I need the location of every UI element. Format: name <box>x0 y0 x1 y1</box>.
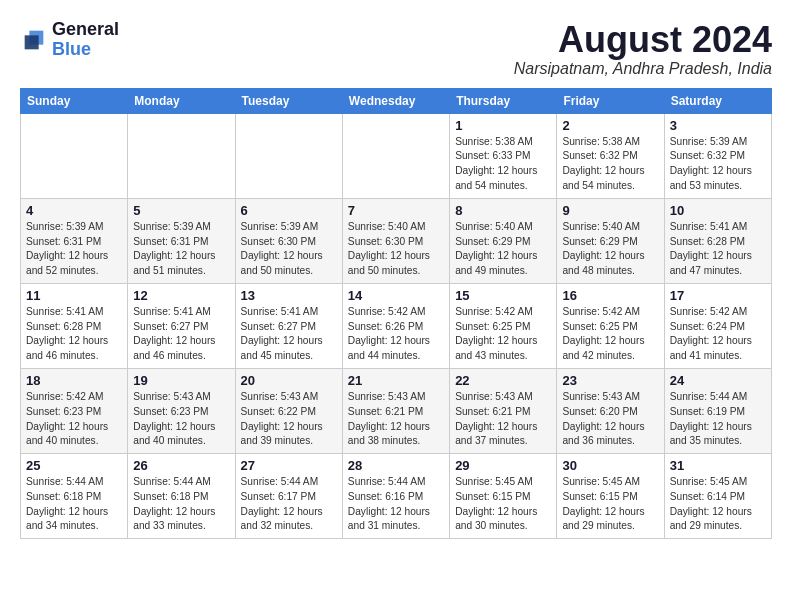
calendar-week-row: 1Sunrise: 5:38 AM Sunset: 6:33 PM Daylig… <box>21 113 772 198</box>
logo-icon <box>20 26 48 54</box>
calendar-table: SundayMondayTuesdayWednesdayThursdayFrid… <box>20 88 772 540</box>
weekday-header-sunday: Sunday <box>21 88 128 113</box>
calendar-cell: 21Sunrise: 5:43 AM Sunset: 6:21 PM Dayli… <box>342 368 449 453</box>
calendar-cell: 14Sunrise: 5:42 AM Sunset: 6:26 PM Dayli… <box>342 283 449 368</box>
calendar-cell: 25Sunrise: 5:44 AM Sunset: 6:18 PM Dayli… <box>21 454 128 539</box>
day-number: 22 <box>455 373 551 388</box>
day-number: 26 <box>133 458 229 473</box>
calendar-cell: 19Sunrise: 5:43 AM Sunset: 6:23 PM Dayli… <box>128 368 235 453</box>
calendar-cell: 20Sunrise: 5:43 AM Sunset: 6:22 PM Dayli… <box>235 368 342 453</box>
day-info: Sunrise: 5:39 AM Sunset: 6:30 PM Dayligh… <box>241 220 337 279</box>
day-number: 30 <box>562 458 658 473</box>
calendar-cell: 24Sunrise: 5:44 AM Sunset: 6:19 PM Dayli… <box>664 368 771 453</box>
day-info: Sunrise: 5:44 AM Sunset: 6:18 PM Dayligh… <box>133 475 229 534</box>
day-number: 11 <box>26 288 122 303</box>
calendar-cell: 7Sunrise: 5:40 AM Sunset: 6:30 PM Daylig… <box>342 198 449 283</box>
day-info: Sunrise: 5:44 AM Sunset: 6:17 PM Dayligh… <box>241 475 337 534</box>
weekday-header-thursday: Thursday <box>450 88 557 113</box>
day-info: Sunrise: 5:41 AM Sunset: 6:27 PM Dayligh… <box>133 305 229 364</box>
calendar-cell <box>21 113 128 198</box>
day-info: Sunrise: 5:40 AM Sunset: 6:30 PM Dayligh… <box>348 220 444 279</box>
calendar-cell: 30Sunrise: 5:45 AM Sunset: 6:15 PM Dayli… <box>557 454 664 539</box>
calendar-week-row: 11Sunrise: 5:41 AM Sunset: 6:28 PM Dayli… <box>21 283 772 368</box>
day-info: Sunrise: 5:42 AM Sunset: 6:26 PM Dayligh… <box>348 305 444 364</box>
weekday-header-friday: Friday <box>557 88 664 113</box>
calendar-cell <box>342 113 449 198</box>
day-info: Sunrise: 5:42 AM Sunset: 6:25 PM Dayligh… <box>562 305 658 364</box>
day-number: 25 <box>26 458 122 473</box>
weekday-header-saturday: Saturday <box>664 88 771 113</box>
day-info: Sunrise: 5:40 AM Sunset: 6:29 PM Dayligh… <box>455 220 551 279</box>
day-info: Sunrise: 5:43 AM Sunset: 6:22 PM Dayligh… <box>241 390 337 449</box>
day-info: Sunrise: 5:41 AM Sunset: 6:28 PM Dayligh… <box>26 305 122 364</box>
calendar-body: 1Sunrise: 5:38 AM Sunset: 6:33 PM Daylig… <box>21 113 772 539</box>
logo-line1: General <box>52 20 119 40</box>
calendar-cell: 15Sunrise: 5:42 AM Sunset: 6:25 PM Dayli… <box>450 283 557 368</box>
day-number: 29 <box>455 458 551 473</box>
calendar-cell <box>128 113 235 198</box>
day-info: Sunrise: 5:44 AM Sunset: 6:18 PM Dayligh… <box>26 475 122 534</box>
day-number: 3 <box>670 118 766 133</box>
weekday-header-tuesday: Tuesday <box>235 88 342 113</box>
day-info: Sunrise: 5:43 AM Sunset: 6:21 PM Dayligh… <box>348 390 444 449</box>
day-info: Sunrise: 5:39 AM Sunset: 6:32 PM Dayligh… <box>670 135 766 194</box>
day-number: 13 <box>241 288 337 303</box>
title-section: August 2024 Narsipatnam, Andhra Pradesh,… <box>514 20 772 78</box>
day-info: Sunrise: 5:45 AM Sunset: 6:15 PM Dayligh… <box>455 475 551 534</box>
day-info: Sunrise: 5:43 AM Sunset: 6:20 PM Dayligh… <box>562 390 658 449</box>
calendar-cell: 4Sunrise: 5:39 AM Sunset: 6:31 PM Daylig… <box>21 198 128 283</box>
calendar-cell: 8Sunrise: 5:40 AM Sunset: 6:29 PM Daylig… <box>450 198 557 283</box>
calendar-cell: 18Sunrise: 5:42 AM Sunset: 6:23 PM Dayli… <box>21 368 128 453</box>
calendar-week-row: 25Sunrise: 5:44 AM Sunset: 6:18 PM Dayli… <box>21 454 772 539</box>
day-number: 8 <box>455 203 551 218</box>
day-number: 6 <box>241 203 337 218</box>
calendar-cell: 26Sunrise: 5:44 AM Sunset: 6:18 PM Dayli… <box>128 454 235 539</box>
calendar-week-row: 18Sunrise: 5:42 AM Sunset: 6:23 PM Dayli… <box>21 368 772 453</box>
calendar-cell: 11Sunrise: 5:41 AM Sunset: 6:28 PM Dayli… <box>21 283 128 368</box>
day-info: Sunrise: 5:38 AM Sunset: 6:33 PM Dayligh… <box>455 135 551 194</box>
calendar-cell: 3Sunrise: 5:39 AM Sunset: 6:32 PM Daylig… <box>664 113 771 198</box>
calendar-cell: 16Sunrise: 5:42 AM Sunset: 6:25 PM Dayli… <box>557 283 664 368</box>
page-header: General Blue August 2024 Narsipatnam, An… <box>20 20 772 78</box>
calendar-cell: 22Sunrise: 5:43 AM Sunset: 6:21 PM Dayli… <box>450 368 557 453</box>
day-info: Sunrise: 5:41 AM Sunset: 6:27 PM Dayligh… <box>241 305 337 364</box>
day-number: 18 <box>26 373 122 388</box>
calendar-cell: 6Sunrise: 5:39 AM Sunset: 6:30 PM Daylig… <box>235 198 342 283</box>
day-info: Sunrise: 5:41 AM Sunset: 6:28 PM Dayligh… <box>670 220 766 279</box>
day-number: 24 <box>670 373 766 388</box>
day-info: Sunrise: 5:45 AM Sunset: 6:15 PM Dayligh… <box>562 475 658 534</box>
day-info: Sunrise: 5:42 AM Sunset: 6:24 PM Dayligh… <box>670 305 766 364</box>
day-number: 9 <box>562 203 658 218</box>
calendar-cell: 17Sunrise: 5:42 AM Sunset: 6:24 PM Dayli… <box>664 283 771 368</box>
day-number: 10 <box>670 203 766 218</box>
day-number: 31 <box>670 458 766 473</box>
weekday-header-row: SundayMondayTuesdayWednesdayThursdayFrid… <box>21 88 772 113</box>
day-number: 28 <box>348 458 444 473</box>
day-info: Sunrise: 5:43 AM Sunset: 6:21 PM Dayligh… <box>455 390 551 449</box>
day-number: 7 <box>348 203 444 218</box>
weekday-header-monday: Monday <box>128 88 235 113</box>
calendar-cell: 23Sunrise: 5:43 AM Sunset: 6:20 PM Dayli… <box>557 368 664 453</box>
day-number: 15 <box>455 288 551 303</box>
day-number: 21 <box>348 373 444 388</box>
day-info: Sunrise: 5:45 AM Sunset: 6:14 PM Dayligh… <box>670 475 766 534</box>
day-number: 17 <box>670 288 766 303</box>
day-number: 19 <box>133 373 229 388</box>
logo: General Blue <box>20 20 119 60</box>
day-number: 20 <box>241 373 337 388</box>
calendar-cell: 10Sunrise: 5:41 AM Sunset: 6:28 PM Dayli… <box>664 198 771 283</box>
calendar-cell: 31Sunrise: 5:45 AM Sunset: 6:14 PM Dayli… <box>664 454 771 539</box>
calendar-cell: 27Sunrise: 5:44 AM Sunset: 6:17 PM Dayli… <box>235 454 342 539</box>
day-number: 1 <box>455 118 551 133</box>
day-number: 4 <box>26 203 122 218</box>
day-info: Sunrise: 5:44 AM Sunset: 6:19 PM Dayligh… <box>670 390 766 449</box>
calendar-cell: 2Sunrise: 5:38 AM Sunset: 6:32 PM Daylig… <box>557 113 664 198</box>
calendar-cell: 28Sunrise: 5:44 AM Sunset: 6:16 PM Dayli… <box>342 454 449 539</box>
day-number: 16 <box>562 288 658 303</box>
calendar-cell: 12Sunrise: 5:41 AM Sunset: 6:27 PM Dayli… <box>128 283 235 368</box>
day-number: 2 <box>562 118 658 133</box>
day-info: Sunrise: 5:44 AM Sunset: 6:16 PM Dayligh… <box>348 475 444 534</box>
calendar-cell: 5Sunrise: 5:39 AM Sunset: 6:31 PM Daylig… <box>128 198 235 283</box>
month-year-title: August 2024 <box>514 20 772 60</box>
calendar-cell: 29Sunrise: 5:45 AM Sunset: 6:15 PM Dayli… <box>450 454 557 539</box>
